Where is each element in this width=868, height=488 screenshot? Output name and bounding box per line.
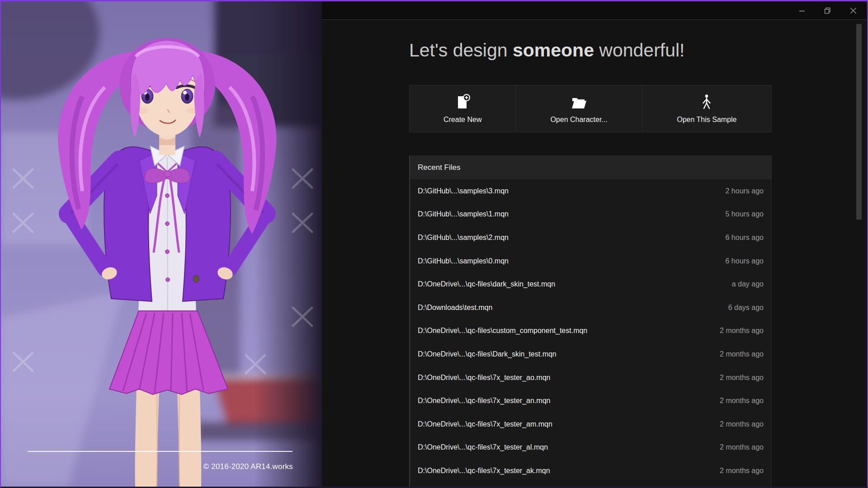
recent-file-timestamp: 6 days ago <box>728 304 764 312</box>
open-sample-button[interactable]: Open This Sample <box>642 85 771 132</box>
recent-file-row[interactable]: D:\OneDrive\...\qc-files\7x_tester_an.mq… <box>410 389 771 413</box>
restore-button[interactable] <box>815 1 840 20</box>
open-character-label: Open Character... <box>550 116 607 124</box>
recent-file-timestamp: 2 months ago <box>720 350 764 358</box>
recent-files-panel: Recent Files D:\GitHub\...\samples\3.mqn… <box>409 155 772 487</box>
recent-file-path: D:\OneDrive\...\qc-files\7x_tester_am.mq… <box>418 420 552 428</box>
create-new-label: Create New <box>443 116 481 124</box>
recent-file-timestamp: a day ago <box>732 280 764 288</box>
recent-file-path: D:\OneDrive\...\qc-files\7x_tester_ao.mq… <box>418 374 550 382</box>
recent-file-path: D:\OneDrive\...\qc-files\7x_tester_an.mq… <box>418 397 550 405</box>
open-character-button[interactable]: Open Character... <box>516 85 642 132</box>
recent-file-timestamp: 2 months ago <box>720 420 764 428</box>
title-bar[interactable] <box>322 1 866 20</box>
window-controls <box>789 1 866 20</box>
close-icon <box>850 7 857 14</box>
recent-file-timestamp: 6 hours ago <box>725 234 764 242</box>
recent-file-path: D:\GitHub\...\samples\2.mqn <box>418 234 509 242</box>
close-button[interactable] <box>840 1 866 20</box>
splash-pane: Let's design someone wonderful! Create N… <box>322 1 866 487</box>
open-sample-label: Open This Sample <box>677 116 736 124</box>
recent-file-row[interactable]: D:\GitHub\...\samples\1.mqn5 hours ago <box>410 203 771 226</box>
new-file-icon <box>454 94 471 110</box>
action-bar: Create New Open Character... <box>409 85 772 132</box>
recent-file-timestamp: 2 months ago <box>720 467 764 475</box>
recent-file-timestamp: 2 hours ago <box>725 187 764 195</box>
copyright-text: © 2016-2020 AR14.works <box>1 462 293 471</box>
recent-file-row[interactable]: D:\OneDrive\...\qc-files\Dark_skin_test.… <box>410 343 771 366</box>
character-illustration <box>1 1 322 487</box>
page-title: Let's design someone wonderful! <box>409 39 685 61</box>
recent-file-timestamp: 2 months ago <box>720 327 764 335</box>
person-icon <box>698 94 715 110</box>
recent-file-row[interactable]: D:\OneDrive\...\qc-files\dark_skin_test.… <box>410 272 771 296</box>
recent-file-timestamp: 5 hours ago <box>725 210 764 218</box>
recent-file-path: D:\OneDrive\...\qc-files\custom_componen… <box>418 327 587 335</box>
recent-file-timestamp: 2 months ago <box>720 443 764 451</box>
recent-file-row[interactable]: D:\OneDrive\...\qc-files\7x_tester_am.mq… <box>410 413 771 436</box>
recent-file-row[interactable]: D:\GitHub\...\samples\0.mqn6 hours ago <box>410 249 771 273</box>
recent-file-row[interactable]: D:\OneDrive\...\qc-files\7x_tester_ak.mq… <box>410 459 771 483</box>
recent-file-row[interactable]: D:\OneDrive\...\qc-files\7x_tester_ao.mq… <box>410 366 771 389</box>
recent-file-path: D:\OneDrive\...\qc-files\7x_tester_al.mq… <box>418 443 548 451</box>
app-window: © 2016-2020 AR14.works <box>0 0 868 488</box>
sample-character-preview: © 2016-2020 AR14.works <box>1 1 322 487</box>
recent-file-path: D:\OneDrive\...\qc-files\Dark_skin_test.… <box>418 350 557 358</box>
recent-file-timestamp: 2 months ago <box>720 397 764 405</box>
recent-file-path: D:\OneDrive\...\qc-files\7x_tester_ak.mq… <box>418 467 550 475</box>
minimize-button[interactable] <box>789 1 815 20</box>
create-new-button[interactable]: Create New <box>410 85 516 132</box>
recent-file-row[interactable]: D:\GitHub\...\samples\2.mqn6 hours ago <box>410 226 771 249</box>
recent-file-path: D:\GitHub\...\samples\3.mqn <box>418 187 509 195</box>
restore-icon <box>824 7 831 14</box>
vertical-scrollbar-thumb[interactable] <box>856 24 862 220</box>
preview-divider-line <box>28 451 292 452</box>
open-folder-icon <box>571 94 588 110</box>
recent-file-row[interactable]: D:\OneDrive\...\qc-files\custom_componen… <box>410 319 771 343</box>
minimize-icon <box>799 8 805 14</box>
recent-file-row[interactable]: D:\OneDrive\...\qc-files\7x_tester_al.mq… <box>410 436 771 460</box>
recent-file-path: D:\GitHub\...\samples\0.mqn <box>418 257 509 265</box>
recent-files-list: D:\GitHub\...\samples\3.mqn2 hours agoD:… <box>410 179 771 483</box>
recent-file-path: D:\GitHub\...\samples\1.mqn <box>418 210 509 218</box>
recent-file-row[interactable]: D:\GitHub\...\samples\3.mqn2 hours ago <box>410 179 771 203</box>
recent-files-header: Recent Files <box>410 155 771 179</box>
recent-file-timestamp: 6 hours ago <box>725 257 764 265</box>
recent-file-row[interactable]: D:\Downloads\test.mqn6 days ago <box>410 296 771 319</box>
recent-file-path: D:\Downloads\test.mqn <box>418 304 492 312</box>
recent-file-path: D:\OneDrive\...\qc-files\dark_skin_test.… <box>418 280 555 288</box>
recent-file-timestamp: 2 months ago <box>720 374 764 382</box>
